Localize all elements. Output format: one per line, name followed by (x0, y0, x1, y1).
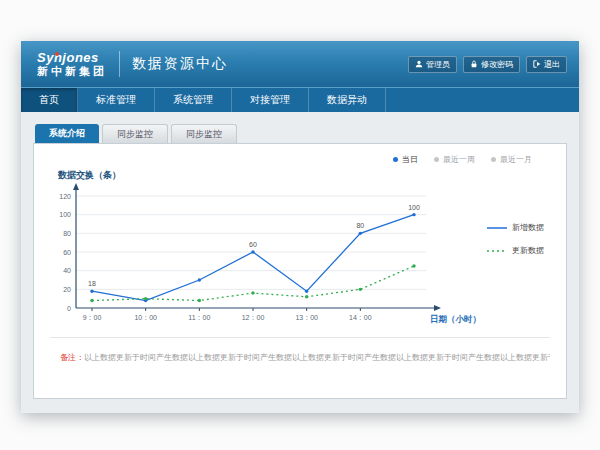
lock-icon (470, 60, 478, 68)
filter-today[interactable]: 当日 (393, 154, 418, 165)
filter-last-week-label: 最近一周 (443, 154, 475, 165)
content-area: 系统介绍 同步监控 同步监控 当日 最近一周 最近一月 (21, 112, 579, 413)
nav-item-system[interactable]: 系统管理 (155, 88, 232, 112)
brand-text: Synjones (37, 51, 107, 65)
filter-last-month[interactable]: 最近一月 (491, 154, 532, 165)
logout-button[interactable]: 退出 (526, 56, 567, 73)
nav-item-standards[interactable]: 标准管理 (78, 88, 155, 112)
chart-panel: 当日 最近一周 最近一月 数据交换（条） 0204060801001209：00… (33, 143, 567, 399)
y-axis-title: 数据交换（条） (58, 169, 566, 182)
admin-label: 管理员 (426, 59, 450, 70)
tab-sync-monitor-2[interactable]: 同步监控 (171, 124, 237, 143)
svg-text:100: 100 (59, 211, 71, 218)
time-filters: 当日 最近一周 最近一月 (34, 144, 566, 165)
svg-text:10：00: 10：00 (134, 314, 157, 321)
svg-text:100: 100 (408, 204, 420, 211)
legend-updated-data-label: 更新数据 (512, 245, 544, 256)
legend-item-new-data[interactable]: 新增数据 (487, 222, 544, 233)
logout-label: 退出 (544, 59, 560, 70)
nav-item-home[interactable]: 首页 (21, 88, 78, 112)
svg-text:14：00: 14：00 (349, 314, 372, 321)
tab-sync-monitor-1[interactable]: 同步监控 (102, 124, 168, 143)
logo-accent-dot (55, 52, 59, 56)
app-header: Synjones 新中新集团 数据资源中心 管理员 修改密码 (21, 41, 579, 87)
svg-text:日期（小时）: 日期（小时） (430, 314, 481, 324)
svg-text:12：00: 12：00 (242, 314, 265, 321)
series-legend: 新增数据 更新数据 (487, 222, 544, 256)
filter-dot-icon (393, 157, 398, 162)
chart-row: 0204060801001209：0010：0011：0012：0013：001… (34, 182, 566, 327)
footnote: 备注：以上数据更新于时间产生数据以上数据更新于时间产生数据以上数据更新于时间产生… (50, 337, 550, 363)
svg-text:60: 60 (249, 241, 257, 248)
filter-dot-icon (491, 157, 496, 162)
legend-new-data-label: 新增数据 (512, 222, 544, 233)
change-password-button[interactable]: 修改密码 (463, 56, 520, 73)
app-title: 数据资源中心 (132, 55, 228, 73)
svg-text:9：00: 9：00 (83, 314, 102, 321)
nav-item-integration[interactable]: 对接管理 (232, 88, 309, 112)
solid-line-icon (487, 225, 507, 231)
company-name: 新中新集团 (37, 65, 107, 77)
header-actions: 管理员 修改密码 退出 (408, 56, 567, 73)
nav-item-data-changes[interactable]: 数据异动 (309, 88, 386, 112)
header-divider (119, 51, 120, 77)
svg-text:80: 80 (356, 222, 364, 229)
filter-last-month-label: 最近一月 (500, 154, 532, 165)
filter-today-label: 当日 (402, 154, 418, 165)
footnote-label: 备注： (60, 353, 84, 362)
svg-text:20: 20 (63, 286, 71, 293)
svg-text:11：00: 11：00 (188, 314, 210, 321)
app-window: Synjones 新中新集团 数据资源中心 管理员 修改密码 (21, 41, 579, 413)
legend-item-updated-data[interactable]: 更新数据 (487, 245, 544, 256)
svg-text:13：00: 13：00 (295, 314, 318, 321)
tab-bar: 系统介绍 同步监控 同步监控 (33, 124, 567, 143)
svg-text:40: 40 (63, 267, 71, 274)
svg-text:120: 120 (59, 193, 71, 200)
filter-dot-icon (434, 157, 439, 162)
change-password-label: 修改密码 (481, 59, 513, 70)
footnote-text: 以上数据更新于时间产生数据以上数据更新于时间产生数据以上数据更新于时间产生数据以… (84, 353, 550, 362)
svg-text:60: 60 (63, 249, 71, 256)
logo: Synjones 新中新集团 (33, 51, 107, 77)
svg-text:18: 18 (88, 280, 96, 287)
tab-system-intro[interactable]: 系统介绍 (35, 124, 99, 143)
desktop-background: Synjones 新中新集团 数据资源中心 管理员 修改密码 (0, 0, 600, 450)
logout-icon (533, 60, 541, 68)
dotted-line-icon (487, 248, 507, 254)
admin-button[interactable]: 管理员 (408, 56, 457, 73)
main-nav: 首页 标准管理 系统管理 对接管理 数据异动 (21, 87, 579, 112)
svg-text:80: 80 (63, 230, 71, 237)
user-icon (415, 60, 423, 68)
svg-text:0: 0 (67, 305, 71, 312)
filter-last-week[interactable]: 最近一周 (434, 154, 475, 165)
line-chart: 0204060801001209：0010：0011：0012：0013：001… (40, 182, 485, 327)
